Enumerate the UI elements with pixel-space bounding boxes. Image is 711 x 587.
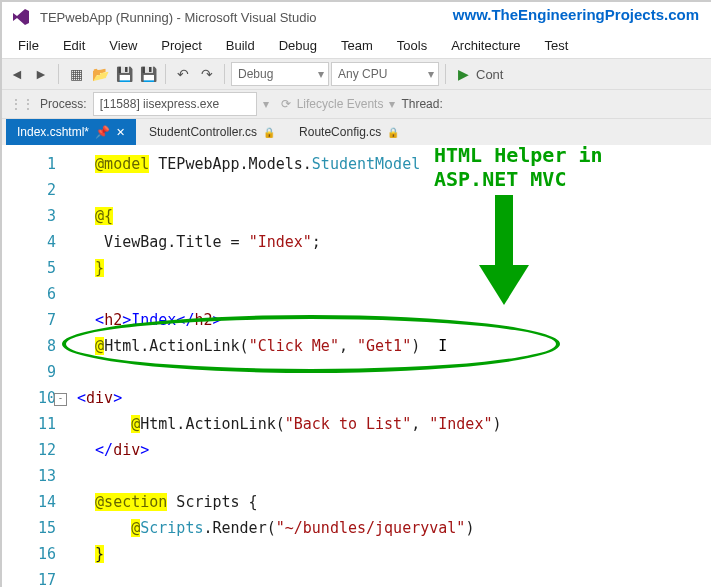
code-line: @model TEPwebApp.Models.StudentModel [68,151,711,177]
save-all-icon[interactable]: 💾 [137,63,159,85]
thread-label: Thread: [401,97,442,111]
code-line [68,281,711,307]
close-icon[interactable]: ✕ [116,126,125,139]
code-line: } [68,255,711,281]
save-icon[interactable]: 💾 [113,63,135,85]
redo-icon[interactable]: ↷ [196,63,218,85]
fold-icon[interactable]: - [54,393,67,406]
debug-toolbar: ⋮⋮ Process: [11588] iisexpress.exe ▾ ⟳ L… [2,90,711,119]
continue-label[interactable]: Cont [476,67,503,82]
undo-icon[interactable]: ↶ [172,63,194,85]
menu-file[interactable]: File [6,34,51,57]
process-dropdown[interactable]: [11588] iisexpress.exe [93,92,257,116]
menu-build[interactable]: Build [214,34,267,57]
new-project-icon[interactable]: ▦ [65,63,87,85]
config-dropdown[interactable]: Debug [231,62,329,86]
separator [224,64,225,84]
tab-studentcontroller[interactable]: StudentController.cs 🔒 [138,119,286,145]
lock-icon: 🔒 [387,127,399,138]
code-line: @section Scripts { [68,489,711,515]
menu-debug[interactable]: Debug [267,34,329,57]
svg-marker-1 [479,265,529,305]
window-title: TEPwebApp (Running) - Microsoft Visual S… [40,10,317,25]
vs-logo-icon [10,6,32,28]
menu-tools[interactable]: Tools [385,34,439,57]
code-line: } [68,541,711,567]
tab-index-cshtml[interactable]: Index.cshtml* 📌 ✕ [6,119,136,145]
watermark-url: www.TheEngineeringProjects.com [453,6,699,23]
line-gutter: 1 2 3 4 5 6 7 8 9 10 11 12 13 14 15 16 1… [2,145,64,575]
menu-test[interactable]: Test [533,34,581,57]
lifecycle-label[interactable]: Lifecycle Events [297,97,384,111]
open-file-icon[interactable]: 📂 [89,63,111,85]
code-line [68,463,711,489]
platform-dropdown[interactable]: Any CPU [331,62,439,86]
code-area[interactable]: @model TEPwebApp.Models.StudentModel @{ … [64,145,711,575]
process-label: Process: [40,97,87,111]
separator [445,64,446,84]
grip-icon: ⋮⋮ [10,97,34,111]
code-line: - <div> [68,385,711,411]
code-editor[interactable]: 1 2 3 4 5 6 7 8 9 10 11 12 13 14 15 16 1… [2,145,711,575]
tab-label: RouteConfig.cs [299,125,381,139]
main-toolbar: ◄ ► ▦ 📂 💾 💾 ↶ ↷ Debug Any CPU ▶ Cont [2,58,711,90]
code-line: ViewBag.Title = "Index"; [68,229,711,255]
menu-edit[interactable]: Edit [51,34,97,57]
tab-routeconfig[interactable]: RouteConfig.cs 🔒 [288,119,410,145]
menu-team[interactable]: Team [329,34,385,57]
svg-rect-0 [495,195,513,265]
tab-label: Index.cshtml* [17,125,89,139]
menu-project[interactable]: Project [149,34,213,57]
menu-view[interactable]: View [97,34,149,57]
tab-strip: Index.cshtml* 📌 ✕ StudentController.cs 🔒… [2,119,711,145]
annotation-text: HTML Helper in ASP.NET MVC [434,143,603,191]
nav-fwd-icon[interactable]: ► [30,63,52,85]
tab-label: StudentController.cs [149,125,257,139]
lock-icon: 🔒 [263,127,275,138]
code-line [68,177,711,203]
arrow-down-icon [479,195,529,305]
highlight-ellipse [62,315,560,373]
code-line [68,567,711,587]
continue-icon[interactable]: ▶ [452,63,474,85]
code-line: @Scripts.Render("~/bundles/jqueryval") [68,515,711,541]
menu-architecture[interactable]: Architecture [439,34,532,57]
code-line: </div> [68,437,711,463]
code-line: @Html.ActionLink("Back to List", "Index"… [68,411,711,437]
code-line: @{ [68,203,711,229]
nav-back-icon[interactable]: ◄ [6,63,28,85]
separator [58,64,59,84]
pin-icon[interactable]: 📌 [95,125,110,139]
menu-bar: File Edit View Project Build Debug Team … [2,32,711,58]
separator [165,64,166,84]
